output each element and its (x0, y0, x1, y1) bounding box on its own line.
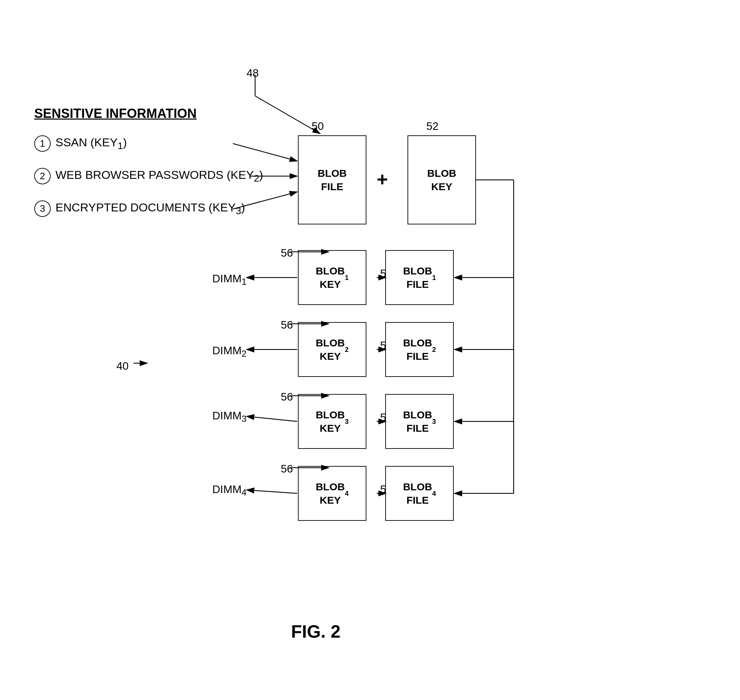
blob-file4: BLOBFILE4 (385, 466, 454, 521)
blob-key1: BLOBKEY1 (298, 250, 366, 305)
circle-3: 3 (34, 200, 51, 217)
ref-56-row4: 56 (281, 463, 293, 475)
dimm2-label: DIMM2 (212, 344, 247, 359)
sensitive-item-3: 3 ENCRYPTED DOCUMENTS (KEY3) (34, 200, 245, 217)
blob-file2: BLOBFILE2 (385, 322, 454, 377)
blob-file-main: BLOBFILE (298, 135, 366, 224)
ref-56-row3: 56 (281, 391, 293, 403)
item1-text: SSAN (KEY1) (56, 136, 127, 151)
fig-caption: FIG. 2 (291, 621, 341, 642)
ref-48: 48 (247, 67, 259, 79)
svg-line-3 (255, 96, 320, 134)
ref-52: 52 (426, 120, 439, 132)
item2-text: WEB BROWSER PASSWORDS (KEY2) (56, 168, 263, 184)
blob-file1: BLOBFILE1 (385, 250, 454, 305)
arrows-svg (0, 0, 740, 700)
diagram: SENSITIVE INFORMATION 1 SSAN (KEY1) 2 WE… (0, 0, 740, 700)
sensitive-item-1: 1 SSAN (KEY1) (34, 135, 127, 152)
plus-sign: + (377, 168, 388, 190)
dimm1-label: DIMM1 (212, 272, 247, 287)
blob-key2: BLOBKEY2 (298, 322, 366, 377)
blob-key-main: BLOBKEY (408, 135, 476, 224)
circle-1: 1 (34, 135, 51, 152)
sensitive-item-2: 2 WEB BROWSER PASSWORDS (KEY2) (34, 168, 263, 184)
circle-2: 2 (34, 168, 51, 184)
dimm3-label: DIMM3 (212, 409, 247, 424)
blob-key4: BLOBKEY4 (298, 466, 366, 521)
ref-50: 50 (311, 120, 324, 132)
ref-56-row2: 56 (281, 319, 293, 331)
item3-text: ENCRYPTED DOCUMENTS (KEY3) (56, 201, 245, 216)
ref-40: 40 (116, 360, 129, 372)
svg-line-16 (247, 490, 297, 493)
dimm4-label: DIMM4 (212, 483, 247, 498)
blob-key3: BLOBKEY3 (298, 394, 366, 449)
sensitive-information-title: SENSITIVE INFORMATION (34, 106, 197, 121)
svg-line-15 (247, 416, 297, 421)
blob-file3: BLOBFILE3 (385, 394, 454, 449)
svg-line-4 (233, 144, 297, 161)
ref-56-row1: 56 (281, 247, 293, 259)
